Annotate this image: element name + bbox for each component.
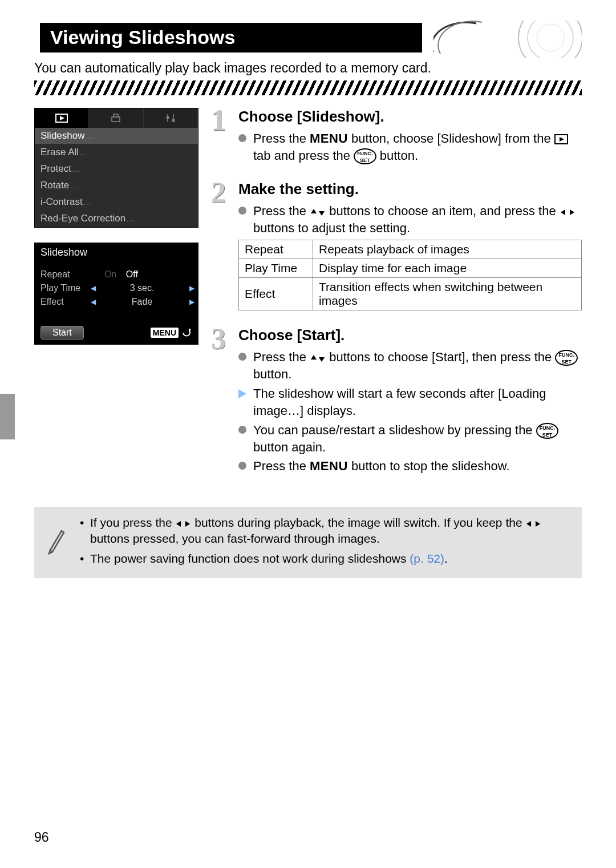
left-right-icon	[175, 519, 191, 528]
svg-rect-6	[114, 114, 118, 117]
menu-item: Red-Eye Correction	[35, 211, 198, 227]
up-down-icon	[310, 208, 326, 217]
func-set-icon: FUNC.SET	[354, 148, 376, 164]
intro-text: You can automatically play back images r…	[34, 60, 582, 76]
left-right-icon	[525, 519, 541, 528]
step-result: The slideshow will start a few seconds a…	[238, 385, 582, 419]
step-title: Make the setting.	[238, 180, 582, 198]
menu-word-icon: MENU	[310, 131, 348, 146]
svg-marker-14	[311, 355, 317, 360]
step-2: 2 Make the setting. Press the buttons to…	[211, 180, 582, 310]
setting-value: On Off	[92, 269, 192, 280]
page-header: Viewing Slideshows	[34, 23, 582, 55]
pencil-icon	[44, 525, 67, 560]
page-link[interactable]: (p. 52)	[410, 552, 444, 565]
note-item: If you press the buttons during playback…	[80, 515, 572, 547]
step-title: Choose [Start].	[238, 326, 582, 344]
svg-marker-18	[526, 521, 531, 527]
menu-item: i-Contrast	[35, 194, 198, 211]
start-button: Start	[40, 326, 84, 340]
svg-marker-17	[185, 521, 190, 527]
step-3: 3 Choose [Start]. Press the buttons to c…	[211, 326, 582, 475]
divider-hatched	[34, 80, 582, 95]
note-item: The power saving function does not work …	[80, 551, 572, 567]
setting-row-playtime: Play Time ◀ 3 sec. ▶	[35, 281, 198, 295]
svg-marker-9	[560, 137, 564, 142]
svg-point-2	[537, 24, 564, 51]
step-title: Choose [Slideshow].	[238, 108, 582, 126]
setting-value: ◀ Fade	[92, 297, 192, 307]
tools-tab-icon	[144, 108, 198, 128]
left-right-icon	[560, 208, 576, 217]
svg-marker-11	[319, 211, 325, 216]
step-1: 1 Choose [Slideshow]. Press the MENU but…	[211, 108, 582, 164]
step-number: 2	[211, 176, 226, 209]
lcd2-title: Slideshow	[35, 243, 198, 262]
lcd-menu-screenshot: Slideshow Erase All Protect Rotate i-Con…	[34, 108, 198, 228]
note-box: If you press the buttons during playback…	[34, 507, 582, 578]
menu-word-icon: MENU	[310, 459, 348, 473]
func-set-icon: FUNC.SET	[555, 350, 578, 366]
note-list: If you press the buttons during playback…	[80, 515, 572, 570]
menu-item-slideshow: Slideshow	[35, 128, 198, 144]
setting-row-repeat: Repeat On Off	[35, 268, 198, 281]
menu-item: Rotate	[35, 177, 198, 194]
up-down-icon	[310, 354, 326, 363]
header-ornament-icon	[433, 21, 582, 58]
step-text: Press the MENU button to stop the slides…	[238, 458, 582, 475]
step-number: 3	[211, 322, 226, 356]
svg-marker-13	[570, 209, 574, 215]
table-row: RepeatRepeats playback of images	[239, 240, 582, 259]
svg-marker-15	[319, 357, 325, 362]
svg-rect-5	[112, 117, 120, 122]
step-number: 1	[211, 103, 226, 137]
page-number: 96	[34, 830, 49, 845]
menu-item: Protect	[35, 161, 198, 177]
setting-label: Play Time	[40, 283, 92, 293]
playback-icon	[554, 134, 568, 144]
print-tab-icon	[89, 108, 143, 128]
svg-marker-16	[176, 521, 181, 527]
svg-marker-10	[311, 209, 317, 213]
func-set-icon: FUNC.SET	[536, 423, 559, 439]
step-text: Press the buttons to choose an item, and…	[238, 203, 582, 236]
setting-value: ◀ 3 sec.	[92, 283, 192, 293]
lcd-slideshow-settings: Slideshow Repeat On Off Play Time ◀ 3 se…	[34, 243, 198, 345]
page-title: Viewing Slideshows	[40, 23, 422, 53]
settings-table: RepeatRepeats playback of images Play Ti…	[238, 240, 582, 310]
menu-back-icon: MENU	[151, 328, 192, 338]
table-row: Play TimeDisplay time for each image	[239, 259, 582, 278]
setting-label: Repeat	[40, 269, 92, 280]
step-text: Press the buttons to choose [Start], the…	[238, 349, 582, 383]
step-text: Press the MENU button, choose [Slideshow…	[238, 130, 582, 164]
table-row: EffectTransition effects when switching …	[239, 278, 582, 310]
menu-item: Erase All	[35, 144, 198, 161]
svg-marker-4	[60, 116, 64, 120]
setting-row-effect: Effect ◀ Fade ▶	[35, 295, 198, 309]
playback-tab-icon	[35, 108, 89, 128]
svg-point-1	[528, 21, 573, 58]
setting-label: Effect	[40, 297, 92, 307]
step-text: You can pause/restart a slideshow by pre…	[238, 422, 582, 456]
svg-marker-19	[536, 521, 540, 527]
svg-marker-12	[561, 209, 565, 215]
